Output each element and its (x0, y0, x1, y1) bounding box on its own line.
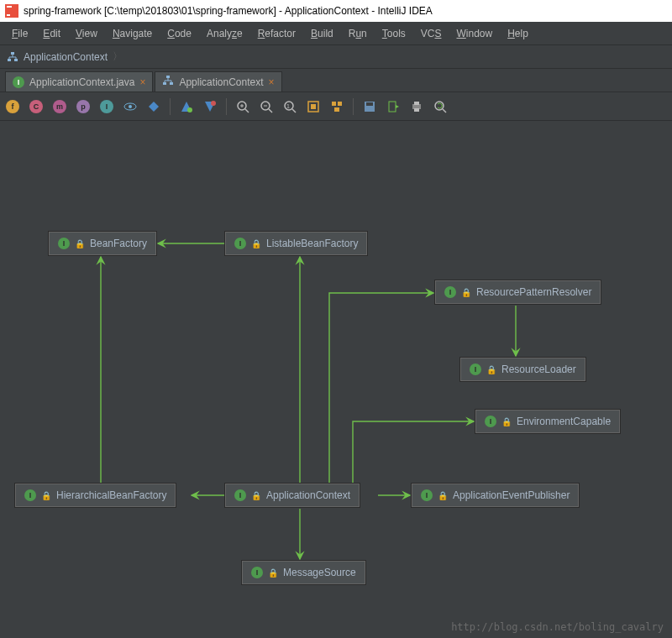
tab-application-context-diagram[interactable]: ApplicationContext × (155, 71, 281, 92)
menu-view[interactable]: View (69, 24, 104, 43)
lock-icon: 🔒 (251, 239, 261, 248)
svg-rect-44 (414, 102, 419, 105)
node-label: ApplicationContext (266, 489, 350, 501)
tab-application-context-java[interactable]: I ApplicationContext.java × (5, 71, 153, 92)
intellij-icon (5, 4, 18, 18)
constructors-filter-icon[interactable]: C (29, 99, 44, 114)
svg-rect-36 (332, 102, 336, 106)
svg-line-25 (245, 109, 249, 112)
close-icon[interactable]: × (139, 76, 145, 88)
interface-icon: I (234, 238, 246, 249)
menu-navigate[interactable]: Navigate (106, 24, 159, 43)
node-message-source[interactable]: I 🔒 MessageSource (242, 561, 365, 584)
watermark-text: http://blog.csdn.net/boling_cavalry (451, 621, 664, 633)
interface-icon: I (421, 489, 433, 501)
uml-diagram-canvas[interactable]: I 🔒 BeanFactory I 🔒 ListableBeanFactory … (0, 121, 672, 638)
menu-tools[interactable]: Tools (375, 24, 412, 43)
window-title-bar: spring-framework [C:\temp\201803\01\spri… (0, 0, 672, 22)
svg-rect-4 (8, 59, 11, 61)
zoom-in-icon[interactable] (235, 99, 250, 114)
svg-point-23 (211, 101, 216, 106)
export-icon[interactable] (386, 99, 401, 114)
svg-marker-42 (396, 105, 399, 108)
svg-point-21 (187, 107, 192, 112)
svg-marker-19 (149, 102, 159, 112)
node-resource-pattern-resolver[interactable]: I 🔒 ResourcePatternResolver (435, 280, 601, 304)
svg-rect-45 (414, 108, 419, 112)
svg-line-32 (292, 109, 296, 112)
chevron-right-icon: 〉 (113, 50, 123, 64)
close-icon[interactable]: × (269, 76, 275, 88)
window-title: spring-framework [C:\temp\201803\01\spri… (24, 5, 433, 17)
menu-file[interactable]: File (5, 24, 34, 43)
actual-size-icon[interactable]: 1 (282, 99, 297, 114)
menu-vcs[interactable]: VCS (414, 24, 449, 43)
svg-rect-10 (166, 76, 170, 78)
menu-analyze[interactable]: Analyze (200, 24, 249, 43)
tab-label: ApplicationContext.java (29, 76, 134, 88)
node-bean-factory[interactable]: I 🔒 BeanFactory (49, 232, 156, 255)
interface-icon: I (24, 489, 36, 501)
menu-window[interactable]: Window (449, 24, 499, 43)
menu-edit[interactable]: Edit (36, 24, 67, 43)
menu-help[interactable]: Help (501, 24, 535, 43)
svg-rect-5 (14, 59, 18, 61)
visibility-icon[interactable] (123, 99, 138, 114)
interface-icon: I (58, 238, 70, 249)
fields-filter-icon[interactable]: f (5, 99, 20, 114)
svg-rect-11 (163, 82, 166, 85)
menu-build[interactable]: Build (304, 24, 340, 43)
editor-tabs: I ApplicationContext.java × ApplicationC… (0, 69, 672, 92)
lock-icon: 🔒 (268, 568, 278, 578)
breadcrumb-item[interactable]: ApplicationContext (24, 51, 108, 63)
node-environment-capable[interactable]: I 🔒 EnvironmentCapable (475, 410, 620, 433)
node-label: ListableBeanFactory (266, 238, 358, 249)
methods-filter-icon[interactable]: m (52, 99, 67, 114)
svg-rect-3 (11, 52, 14, 55)
hierarchy-icon (162, 75, 174, 89)
svg-text:1: 1 (286, 103, 290, 109)
interface-icon: I (485, 416, 496, 427)
tab-label: ApplicationContext (179, 76, 263, 88)
lock-icon: 🔒 (41, 491, 51, 500)
svg-rect-41 (389, 102, 396, 112)
node-application-event-publisher[interactable]: I 🔒 ApplicationEventPublisher (412, 484, 579, 507)
node-hierarchical-bean-factory[interactable]: I 🔒 HierarchicalBeanFactory (15, 484, 176, 507)
lock-icon: 🔒 (461, 288, 471, 297)
interface-icon: I (470, 363, 481, 375)
menu-bar: File Edit View Navigate Code Analyze Ref… (0, 22, 672, 45)
collapse-node-icon[interactable] (202, 99, 218, 114)
svg-point-18 (129, 105, 132, 108)
refresh-preview-icon[interactable] (433, 99, 448, 114)
print-icon[interactable] (409, 99, 424, 114)
menu-run[interactable]: Run (342, 24, 374, 43)
diagram-toolbar: f C m p I 1 (0, 92, 672, 121)
node-resource-loader[interactable]: I 🔒 ResourceLoader (460, 358, 585, 381)
node-label: ApplicationEventPublisher (453, 489, 570, 501)
properties-filter-icon[interactable]: p (76, 99, 91, 114)
interface-icon: I (234, 489, 246, 501)
svg-line-47 (443, 109, 446, 112)
lock-icon: 🔒 (251, 491, 261, 500)
menu-refactor[interactable]: Refactor (251, 24, 302, 43)
menu-code[interactable]: Code (160, 24, 198, 43)
node-label: EnvironmentCapable (517, 416, 611, 427)
fit-content-icon[interactable] (306, 99, 321, 114)
svg-rect-12 (170, 82, 173, 85)
expand-node-icon[interactable] (179, 99, 194, 114)
interface-icon: I (444, 286, 456, 298)
dependencies-icon[interactable] (146, 99, 161, 114)
lock-icon: 🔒 (438, 491, 448, 500)
node-application-context[interactable]: I 🔒 ApplicationContext (225, 484, 360, 507)
lock-icon: 🔒 (75, 239, 85, 248)
inner-filter-icon[interactable]: I (99, 99, 114, 114)
layout-icon[interactable] (329, 99, 344, 114)
zoom-out-icon[interactable] (259, 99, 274, 114)
save-icon[interactable] (362, 99, 377, 114)
node-label: ResourcePatternResolver (476, 286, 591, 298)
node-listable-bean-factory[interactable]: I 🔒 ListableBeanFactory (225, 232, 367, 255)
separator (170, 98, 171, 115)
node-label: HierarchicalBeanFactory (56, 489, 166, 501)
interface-icon: I (251, 567, 263, 578)
svg-rect-35 (311, 104, 316, 109)
